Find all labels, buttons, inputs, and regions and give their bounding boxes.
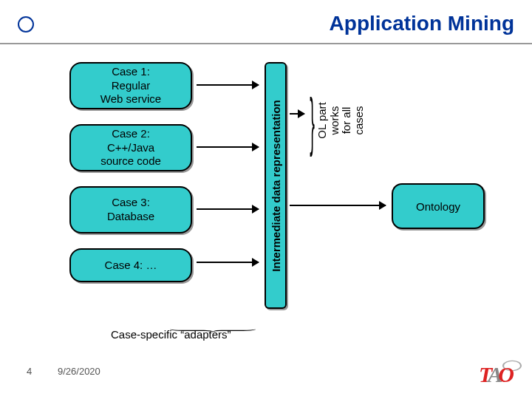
arrow-intermediate-ontology bbox=[290, 205, 386, 206]
case2-line1: Case 2: bbox=[112, 127, 150, 141]
intermediate-label: Intermediate data representation bbox=[270, 100, 282, 272]
arrow-intermediate-ol bbox=[290, 113, 304, 115]
case1-line3: Web service bbox=[100, 92, 161, 106]
adapters-label: Case-specific “adapters” bbox=[111, 328, 231, 341]
case-box-2: Case 2: C++/Java source code bbox=[69, 124, 192, 171]
case3-line1: Case 3: bbox=[112, 196, 150, 210]
logo: TAO bbox=[479, 362, 514, 387]
case3-line2: Database bbox=[107, 210, 154, 224]
case2-line2: C++/Java bbox=[107, 141, 154, 155]
ontology-box: Ontology bbox=[392, 183, 485, 229]
intermediate-label-wrap: Intermediate data representation bbox=[265, 62, 287, 309]
case-box-3: Case 3: Database bbox=[69, 186, 192, 233]
case-box-4: Case 4: … bbox=[69, 248, 192, 282]
arrow-case4 bbox=[197, 262, 259, 263]
title-row: Application Mining bbox=[0, 12, 532, 35]
title-divider bbox=[0, 43, 532, 44]
arrow-case2 bbox=[197, 146, 259, 148]
arrow-case1 bbox=[197, 84, 259, 86]
slide-date: 9/26/2020 bbox=[58, 366, 100, 377]
slide-number: 4 bbox=[27, 366, 32, 377]
ol-label: OL part works for all cases bbox=[316, 102, 365, 138]
case2-line3: source code bbox=[100, 154, 161, 168]
case1-line2: Regular bbox=[112, 79, 151, 93]
case-column: Case 1: Regular Web service Case 2: C++/… bbox=[69, 62, 192, 282]
ol-label-wrap: OL part works for all cases bbox=[334, 81, 347, 160]
arrow-case3 bbox=[197, 208, 259, 210]
slide-title: Application Mining bbox=[0, 12, 532, 35]
ontology-label: Ontology bbox=[416, 200, 460, 213]
ol-brace-icon: } bbox=[310, 85, 315, 158]
slide: Application Mining Case 1: Regular Web s… bbox=[0, 0, 532, 399]
case1-line1: Case 1: bbox=[112, 65, 150, 79]
case-box-1: Case 1: Regular Web service bbox=[69, 62, 192, 109]
bullet-icon bbox=[18, 16, 34, 33]
case4-line1: Case 4: … bbox=[105, 259, 157, 273]
logo-letter-o: O bbox=[498, 362, 514, 386]
